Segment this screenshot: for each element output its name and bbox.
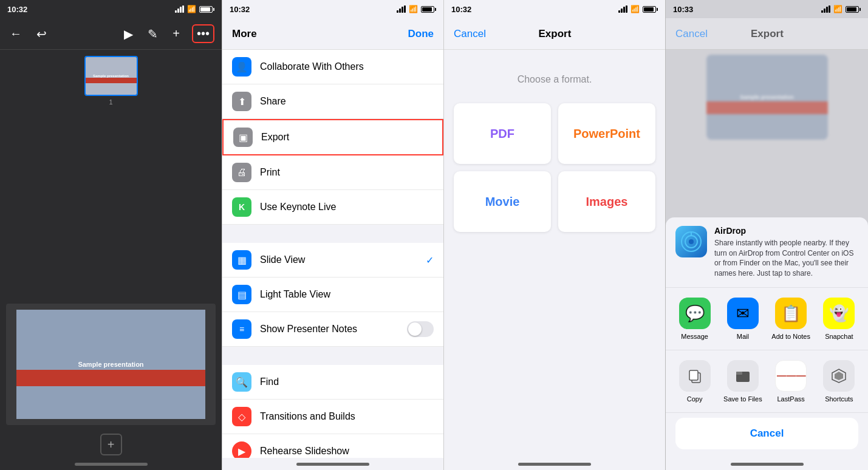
presenter-notes-toggle[interactable] [407, 321, 434, 337]
slide-list: Sample presentation 1 [0, 50, 222, 298]
share-apps-row: 💬 Message ✉ Mail 📋 Add to Notes 👻 Snapch… [666, 288, 868, 350]
images-label: Images [586, 195, 628, 209]
signal-icon-4 [821, 5, 830, 13]
airdrop-description: Share instantly with people nearby. If t… [714, 238, 858, 279]
more-title: More [232, 28, 257, 40]
pencil-button[interactable]: ✎ [145, 24, 160, 44]
time-3: 10:32 [451, 5, 471, 14]
slide-preview: Sample presentation [6, 304, 216, 425]
slide-view-icon: ▦ [232, 250, 251, 270]
time-4: 10:33 [673, 5, 693, 14]
bottom-bar: + [0, 431, 222, 458]
status-bar-4: 10:33 📶 [666, 0, 868, 18]
keynote-live-icon: K [232, 197, 251, 217]
airdrop-info: AirDrop Share instantly with people near… [714, 226, 858, 279]
share-mail[interactable]: ✉ Mail [722, 298, 764, 340]
add-slide-button[interactable]: + [100, 434, 122, 455]
back-button[interactable]: ← [7, 24, 24, 43]
menu-item-slide-view[interactable]: ▦ Slide View ✓ [222, 243, 443, 278]
signal-icon-3 [618, 5, 627, 13]
svg-rect-7 [736, 372, 742, 375]
wifi-icon-1: 📶 [187, 5, 196, 13]
battery-icon-1 [199, 6, 214, 13]
menu-section-gap-2 [222, 347, 443, 365]
svg-rect-5 [689, 370, 698, 380]
export-cancel-button[interactable]: Cancel [454, 28, 486, 40]
action-save-files[interactable]: Save to Files [722, 360, 764, 403]
status-icons-1: 📶 [175, 5, 214, 13]
more-header: More Done [222, 18, 443, 50]
notes-app-icon: 📋 [775, 298, 807, 329]
export-prompt: Choose a format. [518, 74, 592, 85]
slide-number: 1 [109, 98, 112, 106]
share-message[interactable]: 💬 Message [674, 298, 716, 340]
home-indicator-2 [222, 458, 443, 470]
share-cancel-button[interactable]: Cancel [675, 418, 858, 449]
status-icons-4: 📶 [821, 5, 861, 13]
more-panel: 10:32 📶 More Done 👤 Collaborate With Oth… [222, 0, 443, 470]
wifi-icon-4: 📶 [833, 5, 842, 13]
lastpass-icon: ⸻⸻⸻ [775, 360, 807, 392]
export-panel: 10:32 📶 Cancel Export Choose a format. P… [443, 0, 665, 470]
slide-preview-text: Sample presentation [78, 361, 143, 368]
menu-item-collaborate[interactable]: 👤 Collaborate With Others [222, 50, 443, 84]
time-1: 10:32 [7, 5, 27, 14]
export-pdf-button[interactable]: PDF [454, 103, 551, 164]
export-powerpoint-button[interactable]: PowerPoint [558, 103, 655, 164]
message-app-icon: 💬 [679, 298, 711, 329]
mail-app-label: Mail [737, 333, 749, 340]
airdrop-icon [675, 226, 707, 257]
action-shortcuts[interactable]: Shortcuts [818, 360, 860, 403]
status-bar-2: 10:32 📶 [222, 0, 443, 18]
export-title: Export [539, 28, 572, 40]
powerpoint-label: PowerPoint [573, 127, 640, 141]
menu-item-export[interactable]: ▣ Export [222, 119, 443, 155]
play-button[interactable]: ▶ [121, 24, 135, 44]
menu-item-print[interactable]: 🖨 Print [222, 155, 443, 190]
menu-item-label-export: Export [261, 132, 432, 143]
menu-item-label-collaborate: Collaborate With Others [260, 61, 434, 72]
slide-thumb-text: Sample presentation [93, 74, 129, 78]
lastpass-label: LastPass [777, 395, 805, 403]
undo-button[interactable]: ↩ [34, 24, 49, 44]
home-indicator-4 [666, 458, 868, 470]
wifi-icon-3: 📶 [630, 5, 640, 13]
add-button[interactable]: + [170, 24, 182, 43]
snapchat-app-icon: 👻 [823, 298, 855, 329]
save-files-label: Save to Files [723, 395, 762, 403]
airdrop-section: AirDrop Share instantly with people near… [666, 217, 868, 288]
export-body: Choose a format. PDF PowerPoint Movie Im… [444, 50, 665, 458]
share-icon: ⬆ [232, 92, 251, 111]
menu-item-transitions[interactable]: ◇ Transitions and Builds [222, 400, 443, 434]
export-movie-button[interactable]: Movie [454, 171, 551, 232]
export-images-button[interactable]: Images [558, 171, 655, 232]
menu-item-share[interactable]: ⬆ Share [222, 84, 443, 119]
status-bar-3: 10:32 📶 [444, 0, 665, 18]
done-button[interactable]: Done [408, 28, 434, 40]
menu-section-gap-1 [222, 225, 443, 243]
airdrop-title: AirDrop [714, 226, 858, 236]
action-copy[interactable]: Copy [674, 360, 716, 403]
mail-app-icon: ✉ [727, 298, 759, 329]
menu-item-presenter-notes[interactable]: ≡ Show Presenter Notes [222, 312, 443, 347]
menu-item-find[interactable]: 🔍 Find [222, 365, 443, 400]
share-notes[interactable]: 📋 Add to Notes [770, 298, 812, 340]
menu-item-label-transitions: Transitions and Builds [260, 411, 434, 422]
svg-marker-9 [835, 372, 843, 380]
toolbar: ← ↩ ▶ ✎ + ••• [0, 18, 222, 50]
menu-item-label-keynote-live: Use Keynote Live [260, 202, 434, 213]
more-button[interactable]: ••• [192, 24, 214, 43]
status-bar-1: 10:32 📶 [0, 0, 222, 18]
share-snapchat[interactable]: 👻 Snapchat [818, 298, 860, 340]
copy-action-label: Copy [687, 395, 703, 403]
menu-item-keynote-live[interactable]: K Use Keynote Live [222, 190, 443, 225]
status-icons-2: 📶 [397, 5, 436, 13]
signal-icon-2 [397, 5, 406, 13]
movie-label: Movie [485, 195, 520, 209]
shortcuts-icon [823, 360, 855, 392]
slide-thumbnail-1[interactable]: Sample presentation [84, 56, 138, 96]
action-lastpass[interactable]: ⸻⸻⸻ LastPass [770, 360, 812, 403]
menu-item-light-table[interactable]: ▤ Light Table View [222, 278, 443, 312]
menu-item-rehearse[interactable]: ▶ Rehearse Slideshow [222, 434, 443, 458]
message-app-label: Message [681, 333, 708, 340]
